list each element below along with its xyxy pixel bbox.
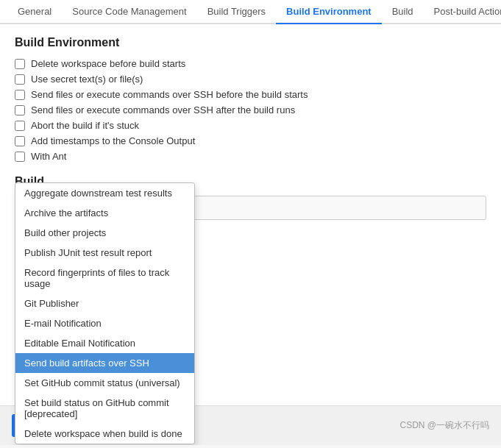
checkbox-label-0: Delete workspace before build starts [31,58,185,69]
checkbox-1[interactable] [15,74,25,85]
checkbox-label-2: Send files or execute commands over SSH … [31,89,308,100]
checkbox-item-4: Abort the build if it's stuck [15,120,486,131]
tab-scm[interactable]: Source Code Management [62,0,196,24]
dropdown-item-10[interactable]: Set build status on GitHub commit [depre… [15,393,194,424]
checkbox-4[interactable] [15,121,25,131]
checkbox-item-1: Use secret text(s) or file(s) [15,74,486,85]
build-environment-title: Build Environment [15,36,486,49]
checkbox-3[interactable] [15,105,25,115]
checkbox-item-3: Send files or execute commands over SSH … [15,104,486,115]
tab-post-build[interactable]: Post-build Actions [424,0,501,24]
dropdown-menu: Aggregate downstream test results Archiv… [15,182,195,444]
dropdown-item-7[interactable]: Editable Email Notification [15,333,194,353]
dropdown-item-3[interactable]: Publish JUnit test result report [15,243,194,263]
checkbox-item-2: Send files or execute commands over SSH … [15,89,486,100]
dropdown-item-5[interactable]: Git Publisher [15,294,194,313]
checkbox-item-5: Add timestamps to the Console Output [15,135,486,146]
checkbox-label-6: With Ant [31,151,66,162]
tab-general[interactable]: General [7,0,62,24]
watermark-text: CSDN @一碗水不行吗 [399,419,489,432]
checkbox-6[interactable] [15,152,25,162]
tab-build[interactable]: Build [382,0,424,24]
checkbox-item-0: Delete workspace before build starts [15,58,486,69]
checkbox-list: Delete workspace before build starts Use… [15,58,486,162]
tab-build-triggers[interactable]: Build Triggers [197,0,276,24]
checkbox-2[interactable] [15,90,25,100]
dropdown-item-9[interactable]: Set GitHub commit status (universal) [15,373,194,393]
checkbox-label-5: Add timestamps to the Console Output [31,135,195,146]
dropdown-item-1[interactable]: Archive the artifacts [15,203,194,223]
checkbox-label-1: Use secret text(s) or file(s) [31,74,143,85]
checkbox-5[interactable] [15,136,25,146]
main-content: Build Environment Delete workspace befor… [0,24,501,445]
checkbox-item-6: With Ant [15,151,486,162]
dropdown-item-6[interactable]: E-mail Notification [15,313,194,333]
dropdown-item-4[interactable]: Record fingerprints of files to track us… [15,263,194,294]
checkbox-0[interactable] [15,59,25,69]
dropdown-item-11[interactable]: Delete workspace when build is done [15,424,194,444]
checkbox-label-4: Abort the build if it's stuck [31,120,139,131]
dropdown-item-2[interactable]: Build other projects [15,223,194,243]
dropdown-item-0[interactable]: Aggregate downstream test results [15,183,194,203]
top-nav: General Source Code Management Build Tri… [0,0,501,24]
tab-build-environment[interactable]: Build Environment [276,0,382,24]
checkbox-label-3: Send files or execute commands over SSH … [31,104,295,115]
dropdown-item-8[interactable]: Send build artifacts over SSH [15,353,194,373]
